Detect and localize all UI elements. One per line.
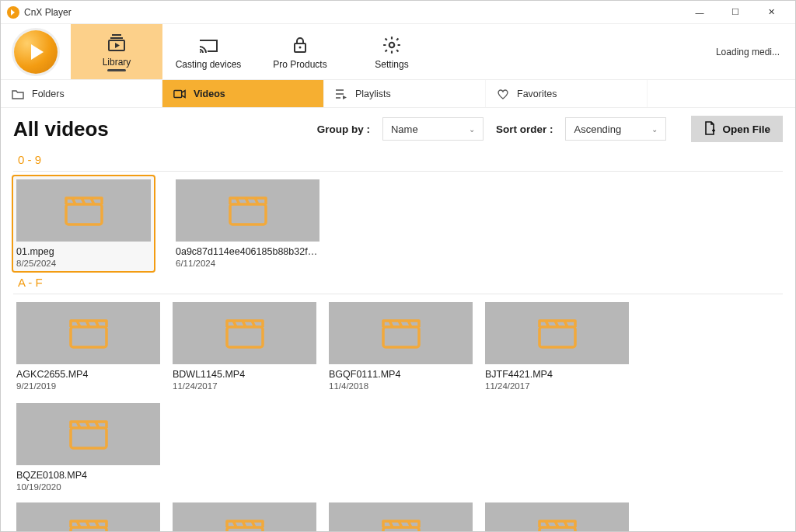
chevron-down-icon: ⌄ <box>469 125 475 134</box>
heart-icon <box>497 89 509 99</box>
video-thumbnail <box>485 502 629 531</box>
top-nav: Library Casting devices Pro Products Set… <box>1 24 795 80</box>
svg-rect-51 <box>383 527 419 531</box>
nav-library-label: Library <box>103 57 131 71</box>
svg-rect-27 <box>227 327 263 347</box>
video-filename: AGKC2655.MP4 <box>16 369 160 380</box>
sort-order-value: Ascending <box>574 123 621 135</box>
video-date: 11/4/2018 <box>329 381 473 391</box>
video-filename: 01.mpeg <box>16 246 151 257</box>
video-card[interactable]: 0a9c87d114ee406185b88b32fd...6/11/2024 <box>176 179 319 268</box>
subtab-favorites-label: Favorites <box>517 89 557 99</box>
video-date: 10/19/2020 <box>16 482 160 492</box>
nav-pro[interactable]: Pro Products <box>254 24 346 79</box>
app-window: CnX Player — ☐ ✕ Library Casting devices… <box>0 0 796 532</box>
lock-icon <box>291 34 309 56</box>
app-icon <box>7 6 19 19</box>
video-thumbnail <box>329 302 473 364</box>
nav-library[interactable]: Library <box>71 24 162 79</box>
video-card[interactable]: CMNA4633.MP411/4/2018 <box>173 502 316 531</box>
open-file-label: Open File <box>722 123 770 135</box>
subtab-folders-label: Folders <box>32 89 65 99</box>
cast-icon <box>197 34 219 56</box>
subtab-playlists[interactable]: Playlists <box>324 80 486 107</box>
group-by-value: Name <box>391 123 418 135</box>
page-title: All videos <box>13 117 109 141</box>
svg-rect-8 <box>174 90 182 97</box>
nav-pro-label: Pro Products <box>273 59 326 70</box>
header-row: All videos Group by : Name ⌄ Sort order … <box>13 116 783 142</box>
svg-rect-47 <box>227 527 263 531</box>
divider <box>13 171 783 172</box>
svg-rect-19 <box>230 204 266 224</box>
titlebar: CnX Player — ☐ ✕ <box>1 1 795 24</box>
video-thumbnail <box>16 403 160 465</box>
minimize-button[interactable]: — <box>682 1 717 24</box>
video-filename: BJTF4421.MP4 <box>485 369 629 380</box>
loading-status: Loading medi... <box>716 47 780 57</box>
svg-marker-12 <box>343 96 347 99</box>
svg-marker-3 <box>115 43 120 48</box>
video-card[interactable]: BQZE0108.MP410/19/2020 <box>16 403 160 492</box>
video-card[interactable]: BJTF4421.MP411/24/2017 <box>485 302 629 391</box>
video-card[interactable]: Captured_file_002.mpg8/25/2024 <box>16 502 160 531</box>
video-date: 8/25/2024 <box>16 259 151 268</box>
video-date: 6/11/2024 <box>176 259 319 268</box>
svg-rect-15 <box>66 204 102 224</box>
subtab-playlists-label: Playlists <box>355 89 391 99</box>
video-card[interactable]: BGQF0111.MP411/4/2018 <box>329 302 473 391</box>
svg-rect-39 <box>71 428 106 448</box>
svg-point-4 <box>200 51 201 53</box>
video-thumbnail <box>16 502 160 531</box>
divider <box>13 294 783 294</box>
video-card[interactable]: AGKC2655.MP49/21/2019 <box>16 302 160 391</box>
video-icon <box>173 89 186 99</box>
svg-rect-23 <box>71 327 106 347</box>
video-card[interactable]: BDWL1145.MP411/24/2017 <box>173 302 316 391</box>
group-by-select[interactable]: Name ⌄ <box>382 117 484 141</box>
content-area: All videos Group by : Name ⌄ Sort order … <box>1 108 795 531</box>
group-header-0-9: 0 - 9 <box>18 153 783 166</box>
maximize-button[interactable]: ☐ <box>717 1 753 24</box>
close-button[interactable]: ✕ <box>753 1 789 24</box>
chevron-down-icon: ⌄ <box>651 125 658 134</box>
video-card[interactable]: EONN7804.MP412/6/2017 <box>329 502 473 531</box>
sort-order-select[interactable]: Ascending ⌄ <box>565 117 666 141</box>
video-thumbnail <box>16 302 160 364</box>
subtab-favorites[interactable]: Favorites <box>486 80 648 107</box>
play-icon <box>14 30 58 74</box>
subtab-folders[interactable]: Folders <box>1 80 162 107</box>
open-file-button[interactable]: Open File <box>691 116 783 142</box>
video-thumbnail <box>173 302 316 364</box>
svg-rect-35 <box>539 327 575 347</box>
video-thumbnail <box>16 179 151 242</box>
video-filename: BQZE0108.MP4 <box>16 470 160 481</box>
video-thumbnail <box>176 179 319 242</box>
video-filename: BDWL1145.MP4 <box>173 369 316 380</box>
nav-casting[interactable]: Casting devices <box>162 24 254 79</box>
folder-icon <box>12 89 24 99</box>
app-title: CnX Player <box>24 7 72 18</box>
video-date: 11/24/2017 <box>485 381 629 391</box>
video-grid-a-f-row1: AGKC2655.MP49/21/2019BDWL1145.MP411/24/2… <box>16 302 783 492</box>
svg-rect-43 <box>71 527 106 531</box>
video-card[interactable]: 01.mpeg8/25/2024 <box>12 175 155 273</box>
video-filename: 0a9c87d114ee406185b88b32fd... <box>176 246 319 257</box>
play-button[interactable] <box>1 24 71 79</box>
group-by-label: Group by : <box>317 123 370 135</box>
subtab-videos-label: Videos <box>194 89 225 99</box>
svg-point-6 <box>299 46 302 48</box>
file-plus-icon <box>703 121 716 137</box>
nav-settings-label: Settings <box>375 59 408 70</box>
video-date: 9/21/2019 <box>16 381 160 391</box>
svg-rect-55 <box>539 527 575 531</box>
subtab-videos[interactable]: Videos <box>162 80 324 107</box>
video-card[interactable]: EWBD5256.MOV10/6/2020 <box>485 502 629 531</box>
video-grid-a-f-row2: Captured_file_002.mpg8/25/2024CMNA4633.M… <box>16 502 783 531</box>
nav-settings[interactable]: Settings <box>346 24 438 79</box>
sort-order-label: Sort order : <box>496 123 553 135</box>
playlist-icon <box>335 89 347 99</box>
video-grid-0-9: 01.mpeg8/25/20240a9c87d114ee406185b88b32… <box>16 179 783 268</box>
library-icon <box>106 32 127 54</box>
svg-point-7 <box>389 42 395 47</box>
